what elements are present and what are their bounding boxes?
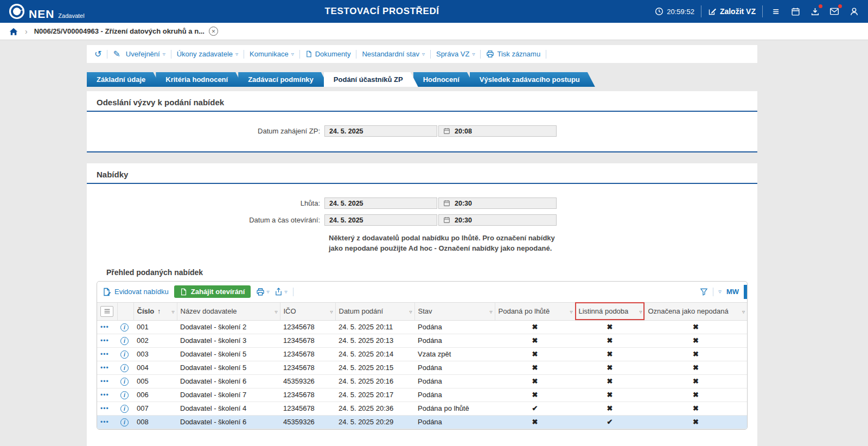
tab-zakladni-udaje[interactable]: Základní údaje (87, 72, 161, 87)
info-icon[interactable]: i (120, 405, 129, 413)
cell-listinna-podoba-mark: ✖ (575, 388, 644, 402)
table-row[interactable]: ••• i 008 Dodavatel - školení 6 45359326… (97, 415, 747, 429)
row-menu-icon[interactable]: ••• (100, 351, 109, 358)
cell-ico: 12345678 (280, 388, 335, 402)
cell-stav: Podána (414, 320, 495, 334)
chevron-down-icon: ▿ (266, 289, 269, 295)
menu-uverejneni[interactable]: Uveřejnění▿ (126, 50, 165, 58)
tab-podani-ucastniku-zp[interactable]: Podání účastníků ZP (324, 72, 418, 87)
row-menu-icon[interactable]: ••• (100, 337, 109, 345)
sort-asc-icon[interactable]: ↑ (157, 308, 161, 315)
info-icon[interactable]: i (120, 391, 129, 399)
column-datum-podani[interactable]: Datum podání ▿ (335, 302, 414, 320)
filter-caret-icon[interactable]: ▿ (639, 308, 642, 314)
tab-hodnoceni[interactable]: Hodnocení (413, 72, 475, 87)
edit-record-icon[interactable]: ✎ (113, 50, 120, 59)
column-cislo[interactable]: Číslo ↑ ▿ (133, 302, 177, 320)
offers-table: Číslo ↑ ▿ Název dodavatele ▿ IČO ▿ (97, 302, 747, 429)
row-menu-icon[interactable]: ••• (100, 418, 109, 426)
field-label: Datum a čas otevírání: (87, 216, 324, 224)
otevirani-time-input[interactable]: 20:30 (438, 214, 557, 226)
cell-row-info: i (117, 388, 133, 402)
messages-button[interactable] (828, 5, 841, 18)
brand-name: NEN (29, 8, 54, 20)
table-row[interactable]: ••• i 007 Dodavatel - školení 4 12345678… (97, 402, 747, 415)
mw-view-button[interactable]: MW (726, 288, 739, 296)
printer-icon (256, 288, 265, 296)
info-icon[interactable]: i (120, 323, 129, 332)
cell-stav: Podána po lhůtě (414, 402, 495, 415)
menu-tisk-zaznamu[interactable]: Tisk záznamu (486, 50, 540, 58)
cell-datum-podani: 24. 5. 2025 20:14 (335, 347, 414, 361)
row-menu-icon[interactable]: ••• (100, 323, 109, 331)
menu-nestandardni-stav[interactable]: Nestandardní stav▿ (362, 50, 425, 58)
table-row[interactable]: ••• i 003 Dodavatel - školení 5 12345678… (97, 347, 747, 361)
filter-caret-icon[interactable]: ▿ (409, 308, 412, 314)
column-podana-po-lhute[interactable]: Podaná po lhůtě ▿ (495, 302, 575, 320)
tab-kriteria-hodnoceni[interactable]: Kritéria hodnocení (156, 72, 243, 87)
table-row[interactable]: ••• i 001 Dodavatel - školení 2 12345678… (97, 320, 747, 334)
view-options-chevron-icon[interactable]: ▿ (718, 289, 722, 295)
datum-zahajeni-date-input[interactable]: 24. 5. 2025 (324, 125, 437, 137)
home-button[interactable] (9, 27, 18, 36)
column-ico[interactable]: IČO ▿ (280, 302, 335, 320)
filter-button[interactable] (700, 288, 708, 296)
header-separator (762, 5, 763, 17)
lhuta-time-input[interactable]: 20:30 (438, 197, 557, 209)
print-table-button[interactable]: ▿ (256, 288, 269, 296)
row-menu-icon[interactable]: ••• (100, 378, 109, 385)
header-separator (701, 5, 701, 17)
filter-caret-icon[interactable]: ▿ (742, 308, 745, 314)
tab-zadavaci-podminky[interactable]: Zadávací podmínky (238, 72, 329, 87)
filter-caret-icon[interactable]: ▿ (330, 308, 333, 314)
row-menu-icon[interactable]: ••• (100, 405, 109, 412)
menu-button[interactable]: ≡ (769, 5, 782, 18)
lhuta-date-input[interactable]: 24. 5. 2025 (324, 197, 437, 209)
column-nazev-dodavatele[interactable]: Název dodavatele ▿ (177, 302, 280, 320)
otevirani-date-input[interactable]: 24. 5. 2025 (324, 214, 437, 226)
datum-zahajeni-time-input[interactable]: 20:08 (438, 125, 557, 137)
info-icon[interactable]: i (120, 351, 129, 359)
info-icon[interactable]: i (120, 418, 129, 426)
tab-vysledek-zadavaciho-postupu[interactable]: Výsledek zadávacího postupu (470, 72, 595, 87)
cell-stav: Podána (414, 388, 495, 402)
downloads-button[interactable] (808, 5, 821, 18)
cell-podana-po-lhute-mark: ✖ (495, 334, 575, 347)
undo-icon[interactable]: ↺ (94, 50, 101, 59)
info-icon[interactable]: i (120, 337, 129, 345)
menu-komunikace[interactable]: Komunikace▿ (250, 50, 294, 58)
open-offers-icon (180, 288, 188, 296)
profile-button[interactable] (847, 5, 860, 18)
menu-dokumenty[interactable]: Dokumenty (305, 50, 351, 58)
menu-sprava-vz[interactable]: Správa VZ▿ (436, 50, 475, 58)
column-stav[interactable]: Stav ▿ (414, 302, 495, 320)
row-menu-icon[interactable]: ••• (100, 364, 109, 372)
info-icon[interactable]: i (120, 364, 129, 372)
cell-listinna-podoba-mark: ✖ (575, 320, 644, 334)
filter-caret-icon[interactable]: ▿ (570, 308, 572, 314)
create-vz-button[interactable]: Založit VZ (708, 7, 756, 16)
filter-caret-icon[interactable]: ▿ (489, 308, 492, 314)
evidovat-nabidku-button[interactable]: Evidovat nabídku (103, 288, 169, 296)
table-row[interactable]: ••• i 005 Dodavatel - školení 6 45359326… (97, 374, 747, 388)
row-menu-icon[interactable]: ••• (100, 391, 109, 399)
filter-caret-icon[interactable]: ▿ (275, 308, 277, 314)
close-record-icon[interactable]: ✕ (209, 27, 218, 36)
filter-caret-icon[interactable]: ▿ (171, 308, 174, 314)
breadcrumb-item[interactable]: N006/25/V00004963 - Zřízení datových okr… (34, 27, 218, 36)
nen-logo[interactable]: NEN Zadavatel (9, 3, 109, 20)
cell-row-menu: ••• (97, 415, 117, 429)
section-title: Nabídky (87, 163, 757, 183)
column-settings-button[interactable] (100, 306, 113, 317)
column-listinna-podoba[interactable]: Listinná podoba ▿ (575, 302, 644, 320)
table-row[interactable]: ••• i 004 Dodavatel - školení 5 12345678… (97, 361, 747, 374)
table-row[interactable]: ••• i 006 Dodavatel - školení 7 12345678… (97, 388, 747, 402)
zahajit-otevirani-button[interactable]: Zahájit otevírání (174, 285, 251, 298)
info-icon[interactable]: i (120, 378, 129, 386)
export-table-button[interactable]: ▿ (275, 288, 287, 296)
column-oznacena-jako-nepodana[interactable]: Označena jako nepodaná ▿ (644, 302, 747, 320)
calendar-button[interactable] (789, 5, 802, 18)
cell-nazev-dodavatele: Dodavatel - školení 6 (177, 374, 280, 388)
table-row[interactable]: ••• i 002 Dodavatel - školení 3 12345678… (97, 334, 747, 347)
menu-ukony-zadavatele[interactable]: Úkony zadavatele▿ (177, 50, 238, 58)
